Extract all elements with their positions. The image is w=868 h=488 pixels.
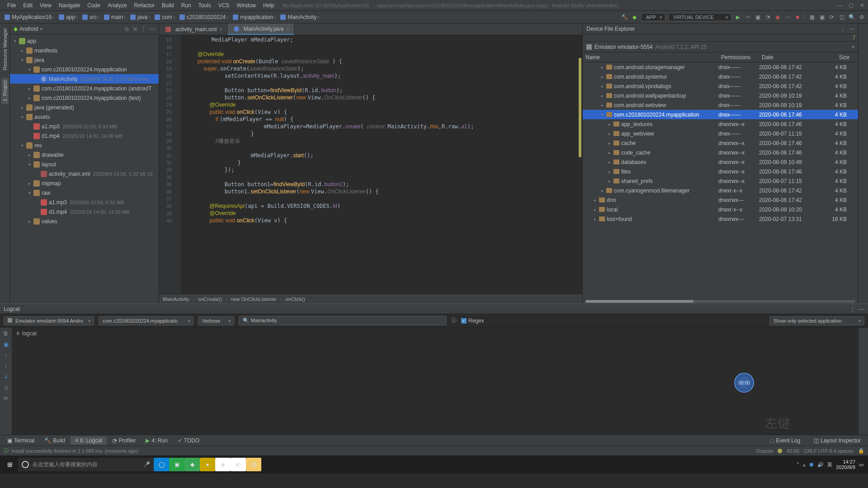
print-icon[interactable]: ⎙ [5, 385, 8, 391]
editor-tab[interactable]: MainActivity.java× [227, 23, 294, 35]
tray-volume-icon[interactable]: 🔊 [817, 462, 824, 468]
tree-node[interactable]: a1.mp32020/8/9 10:59, 8.93 MB [10, 122, 159, 131]
menu-analyze[interactable]: Analyze [104, 2, 131, 9]
taskbar-search[interactable]: 在这里输入你要搜索的内容 🎤 [18, 458, 154, 471]
crumb-item[interactable]: onClick() [285, 296, 305, 302]
explorer-row[interactable]: ▸com.android.webview drwx------2020-08-0… [583, 100, 858, 110]
tree-node[interactable]: ▸ manifests [10, 46, 159, 55]
menu-tools[interactable]: Tools [195, 2, 215, 9]
breadcrumb-item[interactable]: c201801020224› [178, 14, 231, 20]
tray-ime[interactable]: 英 [827, 461, 832, 468]
sync-icon[interactable]: ⟳ [828, 14, 835, 21]
editor-marker-stripe[interactable] [579, 58, 581, 157]
tree-node[interactable]: ▸ java (generated) [10, 103, 159, 112]
debug-icon[interactable]: ⤳ [744, 14, 751, 21]
tree-node[interactable]: activity_main.xml2020/8/9 14:08, 1.32 kB… [10, 169, 159, 178]
menu-window[interactable]: Window [233, 2, 259, 9]
explorer-row[interactable]: ▸cache drwxrwx--x2020-08-06 17:464 KB [583, 138, 858, 148]
tab-layout-inspector[interactable]: ◫Layout Inspector [809, 436, 865, 445]
tab-run[interactable]: ▶4: Run [141, 436, 172, 445]
explorer-hscroll[interactable] [585, 300, 855, 303]
filter-icon[interactable]: ≡ [16, 330, 19, 337]
device-select[interactable]: Emulator emulator-5554 Android 7.1.2, AP… [583, 42, 858, 52]
explorer-row[interactable]: ▸com.cyanogenmod.filemanager drwxr-x--x2… [583, 186, 858, 195]
build-hammer-icon[interactable]: 🔨 [621, 14, 628, 21]
explorer-row[interactable]: ▸databases drwxrwx--x2020-08-09 10:494 K… [583, 157, 858, 167]
explorer-row[interactable]: ▸app_textures drwxrwx--x2020-08-06 17:46… [583, 119, 858, 129]
breadcrumb-item[interactable]: myapplication› [231, 14, 278, 20]
tree-node[interactable]: ▸ drawable [10, 150, 159, 160]
tab-todo[interactable]: ✓TODO [173, 436, 204, 445]
start-button[interactable]: ⊞ [2, 457, 18, 472]
more-icon[interactable]: ⋯ [784, 14, 791, 21]
menu-view[interactable]: View [36, 2, 55, 9]
explorer-row[interactable]: ▸files drwxrwx--x2020-08-06 17:464 KB [583, 167, 858, 176]
wrap-icon[interactable]: ↲ [4, 374, 8, 380]
menu-help[interactable]: Help [259, 2, 278, 9]
tree-node[interactable]: a1.mp32020/8/9 10:59, 8.93 MB [10, 197, 159, 207]
attach-icon[interactable]: ◉ [774, 14, 781, 21]
tree-node[interactable]: C MainActivity2020/8/9 14:26, 2.42 kB 5 … [10, 74, 159, 84]
search-icon[interactable]: 🔍 [848, 14, 855, 21]
tab-resource-manager[interactable]: Resource Manager [1, 25, 9, 73]
tree-node[interactable]: ▾ raw [10, 188, 159, 197]
minimize-icon[interactable]: — [837, 2, 842, 9]
close-tab-icon[interactable]: × [286, 26, 289, 32]
tree-node[interactable]: ▾ layout [10, 160, 159, 169]
hide-icon[interactable]: — [849, 26, 854, 32]
task-explorer[interactable]: ▥ [246, 458, 261, 471]
clear-filter-icon[interactable]: ⓧ [451, 317, 457, 324]
layout-icon[interactable]: ◫ [838, 14, 845, 21]
explorer-row[interactable]: ▸lost+found drwxrwx---2020-02-07 13:3116… [583, 214, 858, 224]
close-icon[interactable]: ✕ [860, 2, 864, 9]
more-icon[interactable]: ⋮ [840, 26, 845, 32]
explorer-row[interactable]: ▸com.android.systemui drwx------2020-08-… [583, 72, 858, 81]
breadcrumb-item[interactable]: MainActivity› [278, 14, 322, 20]
run-config-select[interactable]: APP [641, 13, 665, 21]
tray-chevron-icon[interactable]: ˄ [797, 462, 799, 468]
run-icon[interactable]: ▶ [734, 14, 741, 21]
editor-tab[interactable]: activity_main.xml× [159, 23, 227, 35]
logcat-package-select[interactable]: com.c201801020224.myapplicatic [99, 316, 193, 325]
tree-node[interactable]: d1.mp42020/5/18 14:30, 14.09 MB [10, 207, 159, 216]
explorer-row[interactable]: ▸app_webview drwx------2020-08-07 11:154… [583, 129, 858, 138]
logcat-scope-select[interactable]: Show only selected application [769, 316, 864, 325]
settings-icon[interactable]: ⚙ [858, 14, 865, 21]
tree-node[interactable]: ▾ com.c201801020224.myapplication [10, 65, 159, 74]
task-app-3[interactable]: ◆ [184, 458, 200, 471]
tab-profiler[interactable]: ◔Profiler [108, 436, 140, 445]
record-badge[interactable]: 00:00 [734, 373, 754, 393]
tree-node[interactable]: ▾ assets [10, 112, 159, 122]
up-icon[interactable]: ↑ [5, 352, 7, 358]
exec-icon[interactable]: ⤴ [853, 34, 855, 41]
hide-icon[interactable]: — [859, 306, 864, 312]
avd-icon[interactable]: ▦ [808, 14, 816, 21]
explorer-row[interactable]: ▸com.android.vpndialogs drwx------2020-0… [583, 81, 858, 91]
crumb-item[interactable]: new OnClickListener [231, 296, 277, 302]
task-app-1[interactable]: ◯ [154, 458, 169, 471]
stop-icon[interactable]: ■ [794, 14, 801, 21]
android-icon[interactable]: ◆ [631, 14, 638, 21]
tab-project[interactable]: 1: Project [1, 78, 9, 104]
sdk-icon[interactable]: ▣ [818, 14, 826, 21]
profile-icon[interactable]: ◔ [764, 14, 771, 21]
hide-icon[interactable]: — [150, 26, 155, 32]
lock-icon[interactable]: 🔒 [858, 448, 864, 454]
menu-run[interactable]: Run [178, 2, 195, 9]
menu-refactor[interactable]: Refactor [131, 2, 158, 9]
explorer-row[interactable]: ▸com.android.storagemanager drwx------20… [583, 62, 858, 72]
tree-node[interactable]: d1.mp42020/5/18 14:30, 14.09 MB [10, 131, 159, 141]
task-app-2[interactable]: ▣ [169, 458, 184, 471]
task-app-4[interactable]: ● [200, 458, 215, 471]
breadcrumb-item[interactable]: MyApplication16› [3, 14, 57, 20]
maximize-icon[interactable]: ▢ [849, 2, 854, 9]
menu-edit[interactable]: Edit [19, 2, 36, 9]
tray-clock[interactable]: 14:272020/8/9 [836, 459, 855, 470]
code-editor[interactable]: 1516171819202122232425262728293031323334… [159, 35, 582, 294]
explorer-row[interactable]: ▸shared_prefs drwxrwx--x2020-08-07 11:15… [583, 176, 858, 186]
tree-node[interactable]: ▸ values [10, 216, 159, 226]
explorer-row[interactable]: ▸code_cache drwxrwx--x2020-08-06 17:464 … [583, 148, 858, 157]
more-icon[interactable]: ⋮ [850, 306, 855, 312]
tray-network-icon[interactable]: ▵ [803, 462, 806, 468]
tree-node[interactable]: ▸ com.c201801020224.myapplication (andro… [10, 84, 159, 93]
